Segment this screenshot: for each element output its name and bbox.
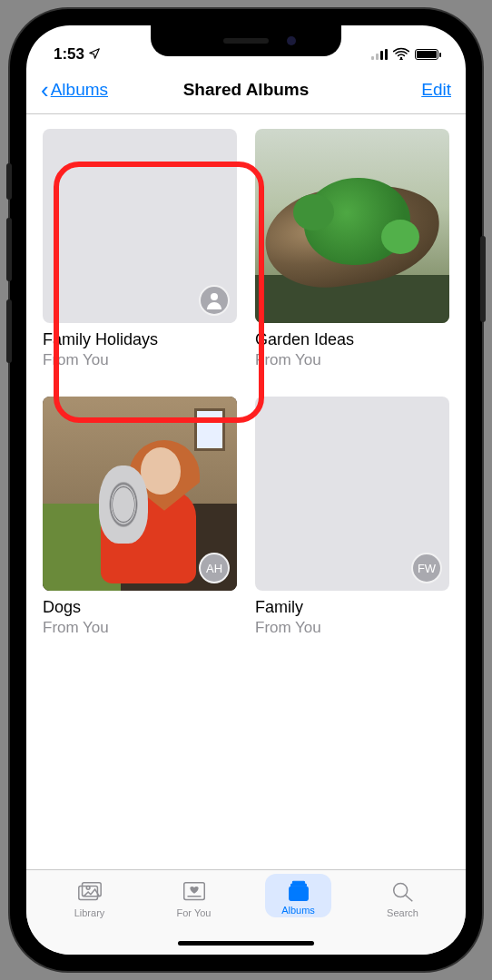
home-indicator[interactable] <box>178 941 314 946</box>
phone-frame: 1:53 ‹ Albums Shared Albums <box>10 9 482 971</box>
album-title: Family Holidays <box>43 330 237 349</box>
svg-rect-7 <box>289 887 308 900</box>
svg-point-4 <box>86 886 90 889</box>
status-time: 1:53 <box>54 45 84 64</box>
power-button <box>480 236 486 322</box>
album-subtitle: From You <box>255 351 449 369</box>
tab-label: Library <box>74 907 105 918</box>
album-dogs[interactable]: AH Dogs From You <box>43 397 237 637</box>
albums-icon <box>281 877 315 905</box>
album-title: Garden Ideas <box>255 330 449 349</box>
album-garden-ideas[interactable]: Garden Ideas From You <box>255 129 449 369</box>
tab-albums[interactable]: Albums <box>246 877 350 916</box>
svg-point-1 <box>211 293 218 300</box>
svg-rect-8 <box>290 884 306 887</box>
volume-down-button <box>6 299 12 363</box>
location-icon <box>88 47 101 63</box>
mute-switch <box>6 163 12 200</box>
album-thumbnail <box>255 129 449 323</box>
chevron-left-icon: ‹ <box>41 78 49 102</box>
album-grid: Family Holidays From You Garden Ideas Fr… <box>43 129 449 637</box>
album-subtitle: From You <box>43 351 237 369</box>
notch <box>151 25 341 56</box>
album-thumbnail: FW <box>255 397 449 591</box>
album-subtitle: From You <box>43 619 237 637</box>
svg-line-11 <box>405 896 412 902</box>
phone-screen: 1:53 ‹ Albums Shared Albums <box>26 25 466 955</box>
tab-search[interactable]: Search <box>350 877 455 918</box>
album-thumbnail: AH <box>43 397 237 591</box>
back-label: Albums <box>51 80 108 100</box>
tab-label: Albums <box>281 905 315 916</box>
tab-library[interactable]: Library <box>37 877 142 918</box>
tab-label: Search <box>387 907 418 918</box>
volume-up-button <box>6 218 12 281</box>
svg-point-0 <box>400 56 402 58</box>
tab-label: For You <box>177 907 212 918</box>
search-icon <box>389 877 417 905</box>
album-title: Dogs <box>43 598 237 617</box>
tab-for-you[interactable]: For You <box>142 877 246 918</box>
svg-point-10 <box>393 884 407 897</box>
album-family-holidays[interactable]: Family Holidays From You <box>43 129 237 369</box>
initials-badge: FW <box>411 553 442 583</box>
wifi-icon <box>393 47 409 63</box>
person-badge-icon <box>199 285 230 316</box>
nav-bar: ‹ Albums Shared Albums Edit <box>26 71 466 114</box>
back-button[interactable]: ‹ Albums <box>41 78 108 102</box>
edit-button[interactable]: Edit <box>421 80 451 100</box>
album-subtitle: From You <box>255 619 449 637</box>
for-you-icon <box>181 877 208 905</box>
content-scroll[interactable]: Family Holidays From You Garden Ideas Fr… <box>26 114 466 869</box>
library-icon <box>76 877 103 905</box>
battery-icon <box>415 49 438 60</box>
album-title: Family <box>255 598 449 617</box>
svg-rect-9 <box>292 881 304 883</box>
cell-signal-icon <box>371 49 388 60</box>
initials-badge: AH <box>199 553 230 583</box>
album-family[interactable]: FW Family From You <box>255 397 449 637</box>
album-thumbnail <box>43 129 237 323</box>
